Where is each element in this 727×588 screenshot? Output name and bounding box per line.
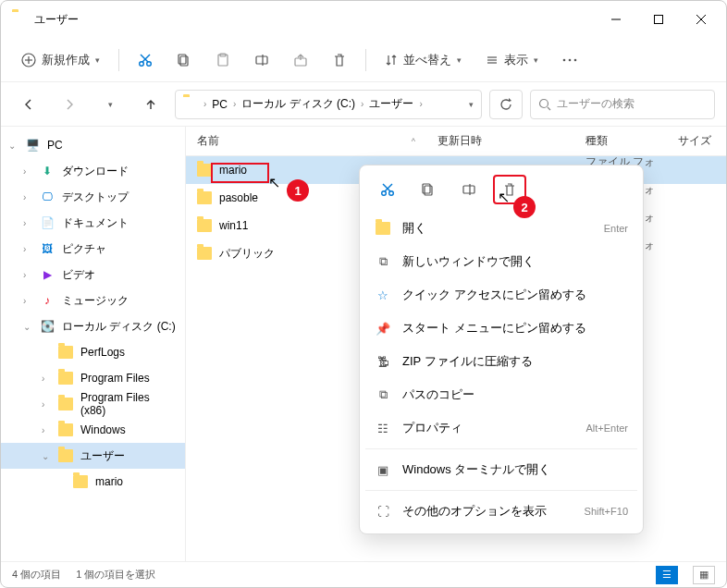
more-button[interactable] (553, 53, 586, 67)
chevron-right-icon: › (233, 99, 236, 109)
delete-button[interactable] (323, 47, 356, 73)
forward-button[interactable] (53, 90, 86, 119)
folder-icon (197, 191, 212, 204)
pc-icon: 🖥️ (25, 138, 40, 153)
view-icon (486, 54, 499, 67)
navbar: ▾ › PC › ローカル ディスク (C:) › ユーザー › ▾ ユーザーの… (1, 82, 726, 127)
statusbar: 4 個の項目 1 個の項目を選択 ☰ ▦ (1, 561, 726, 587)
sidebar-item-downloads[interactable]: ›⬇ダウンロード (1, 158, 185, 184)
folder-icon (197, 247, 212, 260)
svg-point-21 (563, 58, 566, 61)
sidebar-item-videos[interactable]: ›▶ビデオ (1, 262, 185, 288)
cut-button[interactable] (129, 47, 162, 73)
ellipsis-icon (562, 58, 577, 62)
sidebar-item-pictures[interactable]: ›🖼ピクチャ (1, 236, 185, 262)
ctx-pin-quick[interactable]: ☆クイック アクセスにピン留めする (365, 278, 637, 312)
column-size[interactable]: サイズ (667, 127, 726, 155)
annotation-bubble-2: 2 (513, 196, 536, 218)
share-icon (293, 53, 308, 67)
sidebar-item-perflogs[interactable]: PerfLogs (1, 339, 185, 365)
refresh-button[interactable] (489, 90, 523, 119)
copy-icon (421, 182, 436, 197)
copy-button[interactable] (167, 47, 201, 73)
svg-point-8 (147, 61, 152, 66)
chevron-down-icon: ▾ (95, 55, 100, 65)
column-headers: 名前^ 更新日時 種類 サイズ (186, 127, 726, 156)
sidebar-item-mario[interactable]: mario (1, 469, 185, 495)
rename-icon (254, 53, 269, 67)
folder-icon (375, 222, 391, 235)
ctx-new-window[interactable]: ⧉新しいウィンドウで開く (365, 245, 637, 278)
toolbar: 新規作成 ▾ 並べ替え ▾ 表示 ▾ (1, 38, 726, 82)
sidebar-item-users[interactable]: ⌄ユーザー (1, 443, 185, 469)
minimize-button[interactable] (595, 5, 637, 34)
chevron-right-icon: › (361, 99, 364, 109)
sidebar-item-desktop[interactable]: ›🖵デスクトップ (1, 184, 185, 210)
sidebar-item-music[interactable]: ›♪ミュージック (1, 288, 185, 313)
view-button[interactable]: 表示 ▾ (476, 46, 548, 74)
svg-point-22 (569, 58, 572, 61)
svg-point-24 (540, 99, 548, 107)
close-button[interactable] (680, 5, 722, 34)
properties-icon: ☷ (375, 422, 391, 435)
sidebar-item-documents[interactable]: ›📄ドキュメント (1, 210, 185, 236)
sidebar-item-programfiles86[interactable]: ›Program Files (x86) (1, 391, 185, 417)
back-button[interactable] (12, 90, 45, 119)
folder-icon (197, 164, 212, 177)
folder-icon (58, 345, 73, 360)
search-input[interactable]: ユーザーの検索 (530, 90, 715, 119)
folder-icon (183, 97, 198, 112)
sidebar-item-pc[interactable]: ⌄🖥️PC (1, 132, 185, 158)
document-icon: 📄 (40, 215, 55, 230)
ctx-properties[interactable]: ☷プロパティAlt+Enter (365, 411, 637, 445)
column-name[interactable]: 名前^ (186, 127, 426, 155)
icons-view-button[interactable]: ▦ (693, 566, 715, 584)
download-icon: ⬇ (40, 164, 55, 178)
ctx-zip[interactable]: 🗜ZIP ファイルに圧縮する (365, 345, 637, 378)
sort-button[interactable]: 並べ替え ▾ (376, 46, 471, 74)
plus-circle-icon (21, 53, 36, 67)
chevron-down-icon[interactable]: ▾ (469, 100, 474, 109)
up-button[interactable] (134, 90, 167, 119)
ctx-more[interactable]: ⛶その他のオプションを表示Shift+F10 (365, 495, 637, 528)
chevron-down-icon: ▾ (534, 55, 538, 65)
search-placeholder: ユーザーの検索 (557, 96, 635, 112)
zip-icon: 🗜 (375, 355, 391, 369)
details-view-button[interactable]: ☰ (656, 566, 678, 584)
rename-button[interactable] (245, 47, 278, 73)
sidebar-item-windows[interactable]: ›Windows (1, 417, 185, 443)
paste-button[interactable] (206, 47, 240, 73)
window-title: ユーザー (34, 12, 79, 28)
item-count: 4 個の項目 (12, 568, 61, 582)
sidebar: ⌄🖥️PC ›⬇ダウンロード ›🖵デスクトップ ›📄ドキュメント ›🖼ピクチャ … (1, 127, 186, 561)
column-date[interactable]: 更新日時 (426, 127, 574, 155)
column-type[interactable]: 種類 (574, 127, 667, 155)
sidebar-item-programfiles[interactable]: ›Program Files (1, 365, 185, 391)
ctx-open[interactable]: 開くEnter (365, 212, 637, 245)
cursor-icon: ↖ (268, 174, 280, 191)
pictures-icon: 🖼 (40, 241, 55, 256)
ctx-rename-button[interactable] (452, 175, 486, 204)
recent-button[interactable]: ▾ (93, 90, 127, 119)
ctx-cut-button[interactable] (371, 175, 404, 204)
maximize-button[interactable] (637, 5, 680, 34)
breadcrumb-item[interactable]: ローカル ディスク (C:) (241, 96, 355, 112)
folder-icon (58, 448, 73, 463)
ctx-terminal[interactable]: ▣Windows ターミナルで開く (365, 453, 637, 486)
new-button[interactable]: 新規作成 ▾ (12, 46, 109, 74)
breadcrumb-item[interactable]: ユーザー (369, 96, 413, 112)
share-button[interactable] (284, 47, 317, 73)
ctx-copy-button[interactable] (412, 175, 445, 204)
breadcrumb-item[interactable]: PC (212, 98, 228, 111)
ctx-copy-path[interactable]: ⧉パスのコピー (365, 378, 637, 411)
ctx-pin-start[interactable]: 📌スタート メニューにピン留めする (365, 312, 637, 345)
divider (365, 448, 637, 449)
breadcrumb[interactable]: › PC › ローカル ディスク (C:) › ユーザー › ▾ (175, 90, 482, 119)
svg-rect-15 (256, 56, 267, 64)
trash-icon (332, 53, 347, 67)
terminal-icon: ▣ (375, 463, 391, 477)
sidebar-item-localdisk[interactable]: ⌄💽ローカル ディスク (C:) (1, 313, 185, 339)
rename-icon (462, 182, 476, 197)
pin-icon: 📌 (375, 322, 391, 336)
chevron-right-icon: › (419, 99, 422, 109)
